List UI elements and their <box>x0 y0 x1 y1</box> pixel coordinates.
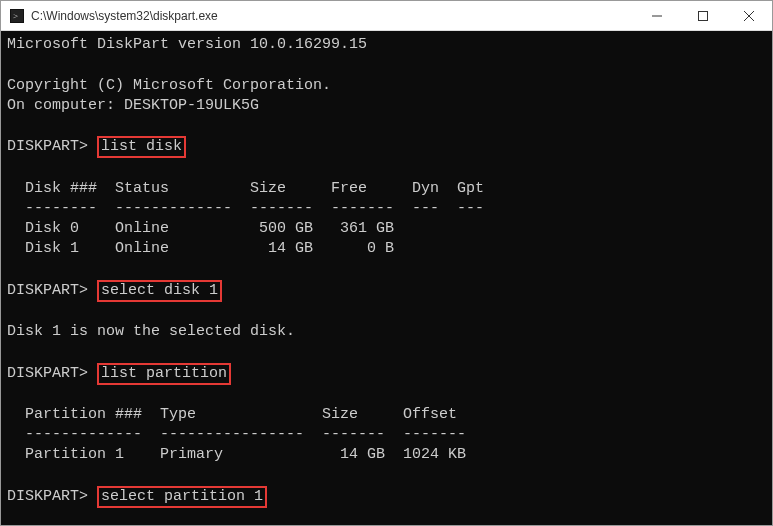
minimize-button[interactable] <box>634 1 680 30</box>
disk-table-row: Disk 0 Online 500 GB 361 GB <box>7 220 394 237</box>
disk-table-divider: -------- ------------- ------- ------- -… <box>7 200 484 217</box>
window-title: C:\Windows\system32\diskpart.exe <box>31 9 634 23</box>
partition-table-divider: ------------- ---------------- ------- -… <box>7 426 466 443</box>
prompt-3: DISKPART> <box>7 365 88 382</box>
partition-table-row: Partition 1 Primary 14 GB 1024 KB <box>7 446 466 463</box>
command-select-partition: select partition 1 <box>97 486 267 508</box>
command-list-disk: list disk <box>97 136 186 158</box>
titlebar[interactable]: > C:\Windows\system32\diskpart.exe <box>1 1 772 31</box>
console-icon: > <box>9 8 25 24</box>
prompt-2: DISKPART> <box>7 282 88 299</box>
computer-line: On computer: DESKTOP-19ULK5G <box>7 97 259 114</box>
maximize-button[interactable] <box>680 1 726 30</box>
close-button[interactable] <box>726 1 772 30</box>
partition-table-header: Partition ### Type Size Offset <box>7 406 457 423</box>
terminal-output[interactable]: Microsoft DiskPart version 10.0.16299.15… <box>1 31 772 525</box>
close-icon <box>744 11 754 21</box>
message-selected-disk: Disk 1 is now the selected disk. <box>7 323 295 340</box>
maximize-icon <box>698 11 708 21</box>
version-line: Microsoft DiskPart version 10.0.16299.15 <box>7 36 367 53</box>
prompt-4: DISKPART> <box>7 488 88 505</box>
prompt-1: DISKPART> <box>7 138 88 155</box>
command-select-disk: select disk 1 <box>97 280 222 302</box>
disk-table-header: Disk ### Status Size Free Dyn Gpt <box>7 180 484 197</box>
minimize-icon <box>652 11 662 21</box>
svg-text:>: > <box>13 11 18 21</box>
window-frame: > C:\Windows\system32\diskpart.exe Micro… <box>0 0 773 526</box>
copyright-line: Copyright (C) Microsoft Corporation. <box>7 77 331 94</box>
window-controls <box>634 1 772 30</box>
command-list-partition: list partition <box>97 363 231 385</box>
disk-table-row: Disk 1 Online 14 GB 0 B <box>7 240 394 257</box>
svg-rect-4 <box>699 11 708 20</box>
